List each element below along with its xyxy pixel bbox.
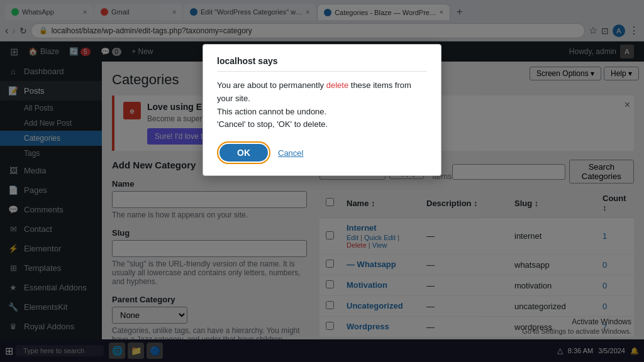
modal-actions: OK Cancel (217, 141, 427, 164)
modal-body: You are about to permanently delete thes… (217, 79, 427, 131)
modal-body-line3: 'Cancel' to stop, 'OK' to delete. (217, 118, 427, 131)
ok-button-wrapper: OK (217, 141, 270, 164)
ok-button[interactable]: OK (219, 144, 268, 162)
modal-body-pre: You are about to permanently (217, 80, 324, 90)
modal-body-line1: You are about to permanently delete thes… (217, 79, 427, 106)
modal-title-text: localhost says (217, 56, 278, 66)
modal-body-line2: This action cannot be undone. (217, 106, 427, 119)
modal-dialog: localhost says You are about to permanen… (203, 44, 441, 176)
delete-word: delete (326, 80, 348, 90)
cancel-modal-button[interactable]: Cancel (278, 148, 303, 158)
modal-overlay: localhost says You are about to permanen… (0, 0, 644, 361)
modal-title-bar: localhost says (217, 56, 427, 72)
